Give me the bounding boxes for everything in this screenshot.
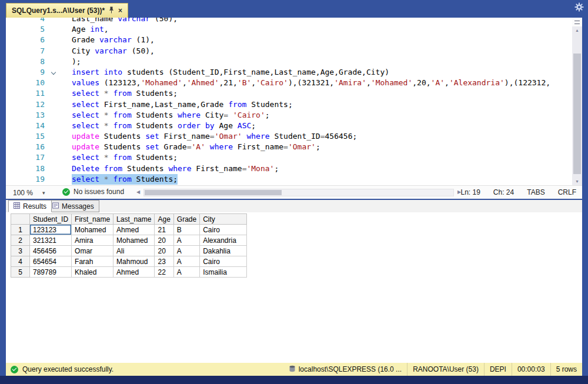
grid-cell[interactable]: Amira	[72, 235, 113, 246]
grid-cell[interactable]: 456456	[30, 246, 72, 256]
editor-split-handle[interactable]	[572, 18, 582, 26]
tab-results[interactable]: Results	[8, 200, 52, 212]
zoom-value: 100 %	[13, 189, 33, 197]
scroll-left-icon[interactable]: ◀	[136, 189, 140, 195]
grid-cell[interactable]: Dakahlia	[200, 246, 247, 256]
sql-editor[interactable]: 4Last_name varchar (50),5Age int,6Grade …	[6, 18, 572, 185]
grid-cell[interactable]: Alexandria	[200, 235, 247, 246]
grid-cell[interactable]: Farah	[72, 256, 113, 267]
breakpoint-margin[interactable]	[6, 24, 14, 35]
grid-column-header[interactable]: City	[200, 214, 247, 225]
row-count-value: 5 rows	[556, 365, 577, 373]
grid-corner-header[interactable]	[11, 214, 30, 225]
grid-cell[interactable]: 21	[155, 225, 173, 235]
breakpoint-margin[interactable]	[6, 142, 14, 152]
code-line[interactable]: 5Age int,	[6, 24, 572, 35]
grid-cell[interactable]: 321321	[30, 235, 72, 246]
grid-cell[interactable]: Cairo	[200, 256, 247, 267]
code-line[interactable]: 18Delete from Students where First_name=…	[6, 163, 572, 174]
code-line[interactable]: 13select * from Students where City= 'Ca…	[6, 110, 572, 121]
code-line[interactable]: 9insert into students (Student_ID,First_…	[6, 67, 572, 78]
breakpoint-margin[interactable]	[6, 163, 14, 174]
editor-horizontal-scrollbar[interactable]	[143, 189, 454, 196]
zoom-combo[interactable]: 100 % ▾	[9, 188, 49, 198]
tabs-indicator: TABS	[527, 188, 544, 196]
grid-cell[interactable]: Khaled	[72, 267, 113, 278]
grid-cell[interactable]: 789789	[30, 267, 72, 278]
gear-icon[interactable]	[574, 2, 584, 12]
code-line[interactable]: 16update Students set Grade='A' where Fi…	[6, 142, 572, 152]
code-line[interactable]: 12select First_name,Last_name,Grade from…	[6, 99, 572, 110]
grid-row-header[interactable]: 5	[11, 267, 30, 278]
code-text: Delete from Students where First_name='M…	[72, 163, 279, 174]
fold-collapse-icon[interactable]	[45, 67, 60, 78]
grid-cell[interactable]: A	[173, 267, 199, 278]
code-text: select * from Students where City= 'Cair…	[72, 110, 270, 121]
grid-cell[interactable]: Mohamed	[113, 235, 155, 246]
code-line[interactable]: 7City varchar (50),	[6, 46, 572, 56]
health-indicator[interactable]: No issues found	[62, 188, 124, 196]
code-line[interactable]: 11select * from Students;	[6, 88, 572, 99]
fold-margin	[45, 18, 60, 24]
grid-cell[interactable]: 123123	[30, 225, 72, 235]
grid-cell[interactable]: Mahmoud	[113, 256, 155, 267]
database-info: DEPI	[484, 363, 512, 376]
horizontal-scrollbar-thumb[interactable]	[145, 190, 282, 195]
breakpoint-margin[interactable]	[6, 46, 14, 56]
code-line[interactable]: 10values (123123,'Mohamed','Ahmed',21,'B…	[6, 78, 572, 88]
grid-cell[interactable]: A	[173, 256, 199, 267]
breakpoint-margin[interactable]	[6, 110, 14, 121]
breakpoint-margin[interactable]	[6, 121, 14, 131]
grid-cell[interactable]: 654654	[30, 256, 72, 267]
grid-row-header[interactable]: 2	[11, 235, 30, 246]
fold-margin	[45, 78, 60, 88]
pin-icon[interactable]	[109, 6, 114, 15]
grid-cell[interactable]: Ahmed	[113, 225, 155, 235]
grid-column-header[interactable]: Age	[155, 214, 173, 225]
grid-cell[interactable]: 23	[155, 256, 173, 267]
grid-cell[interactable]: Mohamed	[72, 225, 113, 235]
document-tab[interactable]: SQLQuery1.s...A\User (53))* ×	[6, 3, 128, 18]
breakpoint-margin[interactable]	[6, 131, 14, 142]
breakpoint-margin[interactable]	[6, 99, 14, 110]
grid-cell[interactable]: Cairo	[200, 225, 247, 235]
grid-cell[interactable]: 22	[155, 267, 173, 278]
editor-vertical-scrollbar[interactable]: ▲ ▼	[572, 26, 582, 185]
grid-cell[interactable]: A	[173, 246, 199, 256]
code-line[interactable]: 15update Students set First_name='Omar' …	[6, 131, 572, 142]
code-line[interactable]: 14select * from Students order by Age AS…	[6, 121, 572, 131]
breakpoint-margin[interactable]	[6, 67, 14, 78]
breakpoint-margin[interactable]	[6, 56, 14, 67]
scroll-down-icon[interactable]: ▼	[572, 178, 582, 185]
code-line[interactable]: 4Last_name varchar (50),	[6, 18, 572, 24]
grid-column-header[interactable]: Last_name	[113, 214, 155, 225]
close-icon[interactable]: ×	[118, 7, 122, 14]
grid-column-header[interactable]: First_name	[72, 214, 113, 225]
scroll-up-icon[interactable]: ▲	[572, 26, 582, 34]
grid-row-header[interactable]: 3	[11, 246, 30, 256]
code-line[interactable]: 8);	[6, 56, 572, 67]
grid-row-header[interactable]: 4	[11, 256, 30, 267]
breakpoint-margin[interactable]	[6, 174, 14, 185]
code-line[interactable]: 19select * from Students;	[6, 174, 572, 185]
grid-cell[interactable]: A	[173, 235, 199, 246]
breakpoint-margin[interactable]	[6, 35, 14, 45]
grid-cell[interactable]: 20	[155, 246, 173, 256]
grid-cell[interactable]: Ismailia	[200, 267, 247, 278]
code-line[interactable]: 6Grade varchar (1),	[6, 35, 572, 45]
breakpoint-margin[interactable]	[6, 78, 14, 88]
grid-cell[interactable]: B	[173, 225, 199, 235]
grid-column-header[interactable]: Grade	[173, 214, 199, 225]
grid-cell[interactable]: Omar	[72, 246, 113, 256]
grid-column-header[interactable]: Student_ID	[30, 214, 72, 225]
grid-cell[interactable]: Ali	[113, 246, 155, 256]
code-line[interactable]: 17select * from Students;	[6, 152, 572, 163]
tab-messages[interactable]: Messages	[47, 200, 99, 212]
grid-row-header[interactable]: 1	[11, 225, 30, 235]
breakpoint-margin[interactable]	[6, 88, 14, 99]
vertical-scrollbar-thumb[interactable]	[573, 54, 581, 174]
breakpoint-margin[interactable]	[6, 152, 14, 163]
breakpoint-margin[interactable]	[6, 18, 14, 24]
grid-cell[interactable]: 20	[155, 235, 173, 246]
grid-cell[interactable]: Ahmed	[113, 267, 155, 278]
